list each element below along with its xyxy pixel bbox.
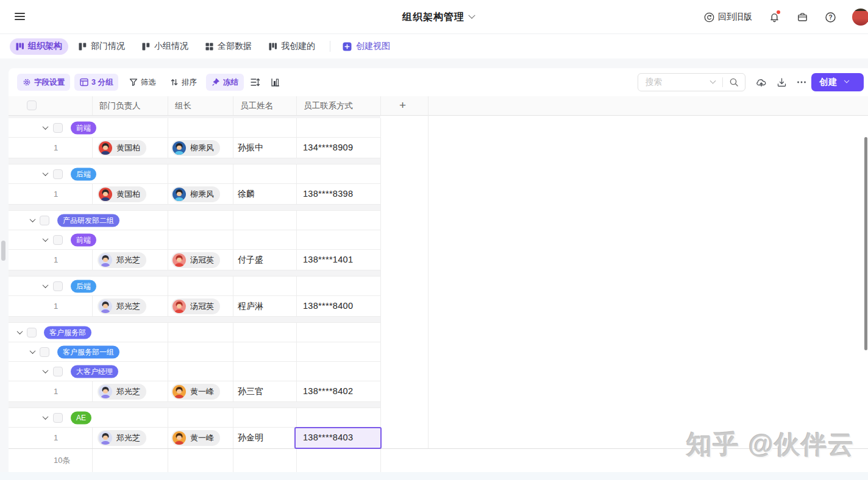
group-checkbox[interactable]	[53, 123, 63, 133]
search-input[interactable]: 搜索	[638, 73, 745, 91]
freeze-button[interactable]: 冻结	[206, 74, 244, 91]
menu-icon[interactable]	[15, 12, 25, 22]
person-chip[interactable]: 黄一峰	[171, 384, 220, 400]
tab-my-created[interactable]: 我创建的	[263, 38, 321, 55]
group-collapse-chevron[interactable]	[41, 236, 49, 244]
data-row[interactable]: 1黄国柏柳乘风徐麟138****8398	[9, 184, 381, 205]
cloud-upload-button[interactable]	[755, 76, 768, 89]
help-button[interactable]: ?	[824, 11, 836, 23]
group-badge[interactable]: 客户服务部一组	[57, 345, 119, 358]
back-to-old-button[interactable]: 回到旧版	[704, 12, 752, 23]
more-button[interactable]	[795, 76, 808, 89]
data-row[interactable]: 1黄国柏柳乘风孙振中134****8909	[9, 138, 381, 158]
employee-name-cell[interactable]: 孙振中	[238, 138, 263, 158]
phone-cell[interactable]: 138****8403	[303, 428, 353, 448]
tab-team[interactable]: 小组情况	[136, 38, 194, 55]
row-height-button[interactable]	[248, 76, 261, 89]
employee-name-cell[interactable]: 程庐淋	[238, 296, 263, 316]
data-row[interactable]: 1郑光芝汤冠英程庐淋138****8400	[9, 296, 381, 317]
phone-cell[interactable]: 138****8398	[303, 184, 353, 204]
phone-cell[interactable]: 138****1401	[303, 250, 353, 270]
group-row[interactable]: 后端	[9, 164, 381, 184]
person-chip[interactable]: 柳乘风	[171, 140, 220, 156]
group-checkbox[interactable]	[27, 328, 37, 337]
group-row[interactable]: AE	[9, 408, 381, 428]
group-row[interactable]: 大客户经理	[9, 362, 381, 381]
group-row[interactable]: 产品研发部二组	[9, 211, 381, 230]
person-chip[interactable]: 黄国柏	[98, 186, 146, 202]
group-collapse-chevron[interactable]	[41, 282, 49, 291]
group-checkbox[interactable]	[53, 235, 63, 245]
group-collapse-chevron[interactable]	[41, 124, 49, 132]
group-checkbox[interactable]	[53, 413, 63, 423]
group-checkbox[interactable]	[40, 216, 49, 225]
group-checkbox[interactable]	[53, 169, 63, 179]
data-row[interactable]: 1郑光芝黄一峰孙金明138****8403	[9, 428, 381, 448]
group-row[interactable]: 后端	[9, 277, 381, 296]
chart-view-button[interactable]	[269, 76, 282, 89]
person-chip[interactable]: 汤冠英	[171, 298, 220, 314]
group-collapse-chevron[interactable]	[41, 367, 49, 376]
group-badge[interactable]: 大客户经理	[71, 365, 118, 378]
column-header-phone[interactable]: 员工联系方式	[304, 96, 353, 115]
column-header-manager[interactable]: 部门负责人	[99, 96, 141, 115]
phone-cell[interactable]: 138****8400	[303, 296, 353, 316]
group-badge[interactable]: 后端	[71, 280, 96, 292]
group-badge[interactable]: 前端	[71, 121, 96, 134]
column-header-leader[interactable]: 组长	[175, 96, 191, 115]
notifications-button[interactable]	[768, 11, 780, 23]
vertical-scrollbar[interactable]	[864, 137, 867, 350]
group-collapse-chevron[interactable]	[15, 328, 24, 337]
create-button[interactable]: 创建	[811, 73, 864, 91]
group-checkbox[interactable]	[53, 281, 63, 291]
group-checkbox[interactable]	[53, 367, 63, 376]
workspace-button[interactable]	[796, 11, 808, 23]
phone-cell[interactable]: 134****8909	[303, 138, 353, 158]
person-chip[interactable]: 柳乘风	[171, 186, 220, 202]
group-badge[interactable]: 后端	[71, 168, 96, 180]
person-chip[interactable]: 郑光芝	[98, 252, 146, 268]
employee-name-cell[interactable]: 孙三官	[238, 381, 263, 401]
group-collapse-chevron[interactable]	[41, 414, 49, 422]
person-chip[interactable]: 郑光芝	[98, 298, 146, 314]
title-chevron-icon[interactable]	[468, 12, 475, 19]
group-row[interactable]: 客户服务部	[9, 323, 381, 342]
tab-department[interactable]: 部门情况	[73, 38, 131, 55]
select-all-checkbox[interactable]	[27, 101, 37, 110]
tab-org-structure[interactable]: 组织架构	[10, 38, 68, 55]
user-avatar[interactable]	[852, 9, 868, 26]
group-badge[interactable]: 客户服务部	[44, 326, 91, 339]
data-row[interactable]: 1郑光芝黄一峰孙三官138****8402	[9, 381, 381, 402]
column-header-employee[interactable]: 员工姓名	[240, 96, 273, 115]
group-collapse-chevron[interactable]	[41, 170, 49, 178]
field-settings-button[interactable]: 字段设置	[17, 74, 70, 91]
data-row[interactable]: 1郑光芝汤冠英付子盛138****1401	[9, 250, 381, 270]
group-collapse-chevron[interactable]	[28, 348, 37, 356]
download-button[interactable]	[775, 76, 788, 89]
employee-name-cell[interactable]: 孙金明	[238, 428, 263, 448]
search-icon[interactable]	[729, 77, 739, 87]
group-badge[interactable]: 产品研发部二组	[57, 214, 119, 227]
group-collapse-chevron[interactable]	[28, 216, 37, 225]
person-chip[interactable]: 黄国柏	[98, 140, 146, 156]
filter-button[interactable]: 筛选	[124, 74, 162, 91]
search-chevron-icon[interactable]	[710, 77, 716, 83]
group-badge[interactable]: AE	[71, 411, 91, 424]
group-row[interactable]: 客户服务部一组	[9, 342, 381, 362]
add-column-button[interactable]: +	[399, 99, 406, 112]
grouping-button[interactable]: 3 分组	[74, 74, 118, 91]
group-checkbox[interactable]	[40, 347, 49, 357]
tab-all-data[interactable]: 全部数据	[199, 38, 258, 55]
group-badge[interactable]: 前端	[71, 233, 96, 246]
person-chip[interactable]: 黄一峰	[171, 430, 220, 446]
left-scroll-handle[interactable]	[1, 241, 5, 261]
sort-button[interactable]: 排序	[165, 74, 202, 91]
create-view-button[interactable]: 创建视图	[336, 41, 396, 52]
employee-name-cell[interactable]: 付子盛	[238, 250, 263, 270]
person-chip[interactable]: 郑光芝	[98, 430, 146, 446]
person-chip[interactable]: 汤冠英	[171, 252, 220, 268]
employee-name-cell[interactable]: 徐麟	[238, 184, 255, 204]
phone-cell[interactable]: 138****8402	[303, 381, 353, 401]
person-chip[interactable]: 郑光芝	[98, 384, 146, 400]
group-row[interactable]: 前端	[9, 118, 381, 138]
